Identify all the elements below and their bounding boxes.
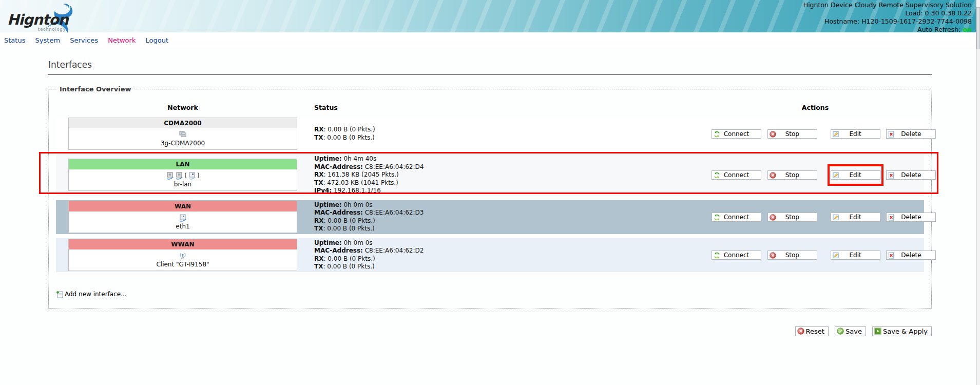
page-root: Hignton technology Hignton Device Cloudy… — [0, 0, 980, 385]
ethernet-port-icon — [175, 172, 183, 180]
lan-connect-button[interactable]: Connect — [712, 170, 761, 180]
device-info: Hignton Device Cloudy Remote Supervisory… — [803, 1, 972, 34]
network-box-cdma2000: CDMA2000 3g-CDMA — [68, 118, 297, 150]
page-green-plus-icon — [56, 291, 64, 298]
network-box-wan: WAN eth1 — [68, 201, 297, 233]
cdma2000-connect-button[interactable]: Connect — [712, 129, 761, 139]
interface-overview-fieldset: Interface Overview Network Status Action… — [48, 85, 932, 309]
page-pencil-icon — [833, 172, 839, 179]
header-banner: Hignton technology Hignton Device Cloudy… — [0, 0, 980, 32]
green-orb-check-icon — [837, 328, 844, 335]
scrollbar-thumb[interactable] — [976, 7, 980, 49]
hignton-logo: Hignton technology — [7, 3, 125, 32]
load-line: Load: 0.30 0.38 0.22 — [803, 9, 972, 17]
page-red-x-icon — [888, 172, 895, 179]
page-pencil-icon — [833, 214, 839, 221]
wan-connect-button[interactable]: Connect — [712, 213, 761, 222]
network-box-lan: LAN ( ) br-lan — [68, 159, 297, 191]
column-header-status: Status — [297, 102, 706, 113]
content-area: Interfaces Interface Overview Network St… — [48, 60, 932, 337]
refresh-arrows-icon — [714, 172, 720, 179]
hostname-line: Hostname: H120-1509-1617-2932-7744-0098 — [803, 17, 972, 26]
cdma2000-stop-button[interactable]: Stop — [767, 129, 817, 139]
wifi-antenna-icon — [179, 252, 187, 259]
network-name: CDMA2000 — [69, 118, 297, 128]
red-orb-x-icon — [797, 328, 804, 335]
wan-edit-button[interactable]: Edit — [831, 213, 880, 222]
network-name: WAN — [69, 201, 297, 211]
status-cell-wwan: Uptime: 0h 0m 0s MAC-Address: C8:EE:A6:0… — [297, 238, 706, 272]
interface-name: Client "GT-I9158" — [69, 261, 297, 268]
page-red-x-icon — [888, 252, 895, 259]
status-cell-lan: Uptime: 0h 4m 40s MAC-Address: C8:EE:A6:… — [297, 154, 706, 196]
wwan-edit-button[interactable]: Edit — [831, 251, 880, 260]
column-header-network: Network — [56, 102, 297, 113]
nav-status[interactable]: Status — [4, 36, 25, 44]
page-red-x-icon — [888, 131, 895, 138]
page-pencil-icon — [833, 252, 839, 259]
column-header-actions: Actions — [706, 102, 924, 113]
logo-brand-text: Hignton — [7, 11, 68, 28]
nav-system[interactable]: System — [35, 36, 60, 44]
main-nav: Status System Services Network Logout — [0, 32, 980, 47]
modem-3g-icon — [179, 131, 187, 138]
device-solution-line: Hignton Device Cloudy Remote Supervisory… — [803, 1, 972, 9]
wwan-connect-button[interactable]: Connect — [712, 251, 761, 260]
save-apply-button[interactable]: Save & Apply — [872, 326, 932, 336]
wwan-stop-button[interactable]: Stop — [767, 251, 817, 260]
reset-button[interactable]: Reset — [795, 326, 829, 336]
interfaces-table: Network Status Actions CDMA2000 — [56, 98, 924, 276]
page-red-x-icon — [888, 214, 895, 221]
refresh-arrows-icon — [714, 214, 720, 221]
ethernet-bridge-icon: ( ) — [69, 171, 297, 180]
lan-stop-button[interactable]: Stop — [767, 170, 817, 180]
network-box-wwan: WWAN Client "GT- — [68, 239, 297, 271]
green-play-icon — [874, 328, 881, 335]
red-orb-x-icon — [770, 172, 776, 179]
auto-refresh-status: on — [963, 26, 972, 33]
save-button[interactable]: Save — [835, 326, 866, 336]
interface-name: br-lan — [69, 181, 297, 188]
page-title: Interfaces — [48, 60, 932, 75]
page-pencil-icon — [833, 131, 839, 138]
red-orb-x-icon — [770, 131, 776, 138]
nav-network[interactable]: Network — [108, 36, 136, 44]
interface-name: eth1 — [69, 223, 297, 230]
nav-services[interactable]: Services — [70, 36, 98, 44]
cdma2000-edit-button[interactable]: Edit — [831, 129, 880, 139]
auto-refresh-line: Auto Refresh: on — [803, 26, 972, 34]
form-footer: Reset Save Save & Apply — [48, 326, 932, 337]
table-row-cdma2000: CDMA2000 3g-CDMA — [56, 118, 924, 150]
table-row-wwan: WWAN Client "GT- — [56, 238, 924, 272]
add-new-interface-link[interactable]: Add new interface... — [56, 291, 127, 298]
refresh-arrows-icon — [714, 131, 720, 138]
red-orb-x-icon — [770, 214, 776, 221]
nav-logout[interactable]: Logout — [146, 36, 169, 44]
bridge-member-screen-icon — [188, 172, 196, 180]
wan-stop-button[interactable]: Stop — [767, 213, 817, 222]
table-row-wan: WAN eth1 Uptime: 0h 0m 0s — [56, 200, 924, 234]
wwan-delete-button[interactable]: Delete — [886, 251, 936, 260]
status-cell-cdma2000: RX: 0.00 B (0 Pkts.) TX: 0.00 B (0 Pkts.… — [297, 118, 706, 150]
table-row-lan: LAN ( ) br-lan — [56, 154, 924, 196]
red-orb-x-icon — [770, 252, 776, 259]
status-cell-wan: Uptime: 0h 0m 0s MAC-Address: C8:EE:A6:0… — [297, 200, 706, 234]
logo-sub-text: technology — [38, 27, 66, 32]
cdma2000-delete-button[interactable]: Delete — [886, 129, 936, 139]
ethernet-port-icon — [179, 214, 187, 222]
vertical-scrollbar[interactable] — [976, 0, 980, 385]
network-name: LAN — [69, 159, 297, 169]
lan-edit-button[interactable]: Edit — [831, 170, 880, 180]
wan-delete-button[interactable]: Delete — [886, 213, 936, 222]
network-name: WWAN — [69, 239, 297, 249]
section-title: Interface Overview — [57, 85, 134, 93]
interface-name: 3g-CDMA2000 — [69, 140, 297, 147]
ethernet-port-icon — [166, 172, 174, 180]
lan-delete-button[interactable]: Delete — [886, 170, 936, 180]
refresh-arrows-icon — [714, 252, 720, 259]
